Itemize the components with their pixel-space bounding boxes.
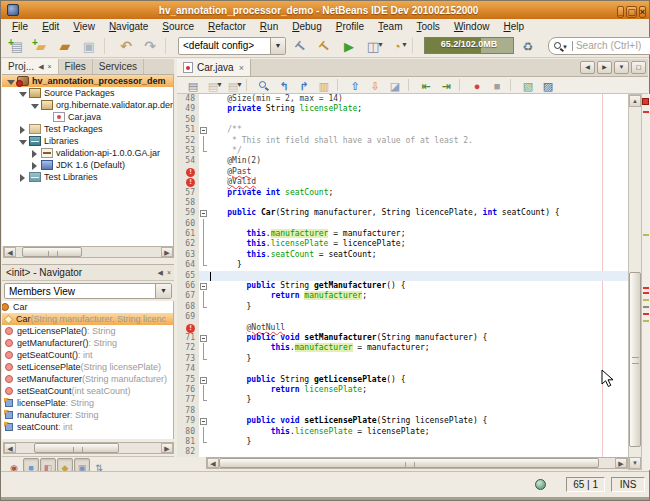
error-stripe-mark[interactable] [643,313,649,315]
insert-mode-indicator[interactable]: INS [611,477,645,492]
expander-open-icon[interactable] [6,77,15,86]
navigator-item-setseatcount[interactable]: setSeatCount(int seatCount) [2,385,173,397]
code-line[interactable]: 69 [177,312,628,322]
code-line[interactable]: 50 [177,115,628,125]
navigator-item-getmanufacturer-[interactable]: getManufacturer() : String [2,337,173,349]
back-button[interactable]: ▼ [204,78,222,93]
minimize-panel-icon[interactable]: ◀ [158,269,163,277]
scrollbar-thumb[interactable] [219,458,599,468]
undo-button[interactable] [115,36,137,56]
current-code-line[interactable]: 65 [177,271,628,281]
editor-tab-car-java[interactable]: Car.java × [177,59,251,76]
code-line[interactable]: 62 this.licensePlate = licencePlate; [177,239,628,249]
sort-by-source-filter[interactable] [91,458,107,472]
code-line[interactable]: 68 } [177,302,628,312]
close-button[interactable]: × [639,6,646,18]
code-line[interactable]: 53 */ [177,146,628,156]
code-line[interactable]: 51 /** [177,125,628,135]
scroll-left-arrow[interactable]: ◀ [4,247,16,257]
menu-refactor[interactable]: Refactor [201,20,253,33]
run-project-button[interactable] [338,36,360,56]
tab-projects[interactable]: Proj...◀× [2,59,59,74]
chevron-down-icon[interactable]: ▼ [155,284,171,298]
navigator-item-car[interactable]: Car [2,301,173,313]
minimize-button[interactable]: _ [617,6,624,18]
expander-closed-icon[interactable] [30,161,39,170]
error-stripe-mark[interactable] [643,292,649,294]
expander-closed-icon[interactable] [18,173,27,182]
scroll-left-arrow[interactable]: ◀ [207,458,219,468]
close-panel-icon[interactable]: × [167,269,171,276]
config-select[interactable]: <default config>▼ [178,37,286,55]
error-stripe-mark[interactable] [643,299,649,301]
menu-help[interactable]: Help [496,20,531,33]
show-inner-classes-filter[interactable] [74,458,90,472]
code-line[interactable]: 72 this.manufacturer = manufacturer; [177,343,628,353]
menu-navigate[interactable]: Navigate [102,20,155,33]
chevron-down-icon[interactable]: ▼ [270,38,285,54]
scroll-up-arrow[interactable]: ▲ [629,95,641,107]
code-line[interactable]: 71 public void setManufacturer(String ma… [177,333,628,343]
find-previous-occurrence-button[interactable] [275,78,293,93]
uncomment-button[interactable] [539,78,557,93]
code-line[interactable]: 60 [177,219,628,229]
error-stripe-mark[interactable] [643,111,649,113]
expander-open-icon[interactable] [30,101,39,110]
projects-tree-hscrollbar[interactable]: ◀ ▶ [3,246,174,258]
close-tab-icon[interactable]: × [239,63,244,73]
tab-list-button[interactable]: ▼ [614,61,629,74]
code-fold-toggle[interactable] [199,281,208,291]
code-line[interactable]: ! @NotNull [177,323,628,333]
expander-closed-icon[interactable] [30,149,39,158]
tab-services[interactable]: Services [93,59,144,74]
build-project-button[interactable] [290,36,312,56]
menu-run[interactable]: Run [253,20,285,33]
code-line[interactable]: 54 @Min(2) [177,156,628,166]
navigator-header[interactable]: <init> - Navigator ◀ × [2,264,175,281]
tree-item-validation-api-1-0-0-ga-jar[interactable]: validation-api-1.0.0.GA.jar [2,147,173,159]
code-line[interactable]: 78 [177,406,628,416]
navigator-item-setlicenseplate[interactable]: setLicensePlate(String licensePlate) [2,361,173,373]
gc-button[interactable] [517,36,539,56]
clean-build-project-button[interactable] [314,36,336,56]
open-project-button[interactable] [54,36,76,56]
navigator-view-select[interactable]: Members View ▼ [4,283,172,299]
expander-open-icon[interactable] [18,137,27,146]
code-line[interactable]: 63 this.seatCount = seatCount; [177,250,628,260]
show-static-filter[interactable] [40,458,56,472]
scrollbar-thumb[interactable] [22,247,82,257]
shift-line-left-button[interactable] [417,78,435,93]
code-fold-toggle[interactable] [199,333,208,343]
new-project-button[interactable] [30,36,52,56]
search-box[interactable]: ▼Search (Ctrl+I) [548,37,650,55]
redo-button[interactable] [139,36,161,56]
editor-hscrollbar[interactable]: ◀ ▶ [206,457,628,469]
tab-files[interactable]: Files [59,59,93,74]
menu-edit[interactable]: Edit [35,20,66,33]
close-panel-icon[interactable]: × [48,63,52,70]
code-fold-toggle[interactable] [199,375,208,385]
error-stripe[interactable] [642,94,650,470]
toggle-highlight-search-button[interactable] [315,78,333,93]
menu-profile[interactable]: Profile [329,20,371,33]
show-fields-filter[interactable] [23,458,39,472]
scrollbar-thumb[interactable] [629,272,641,447]
code-line[interactable]: 48 @Size(min = 2, max = 14) [177,94,628,104]
toggle-bookmark-button[interactable] [386,78,404,93]
menu-tools[interactable]: Tools [410,20,447,33]
error-stripe-mark[interactable] [643,320,649,322]
comment-button[interactable] [519,78,537,93]
tree-item-libraries[interactable]: Libraries [2,135,173,147]
code-line[interactable]: 52 * This int field shall have a value o… [177,136,628,146]
code-line[interactable]: 76 return licensePlate; [177,385,628,395]
code-editor[interactable]: 48 @Size(min = 2, max = 14)49 private St… [177,94,628,457]
code-line[interactable]: 66 public String getManufacturer() { [177,281,628,291]
navigator-item-licenseplate[interactable]: licensePlate : String [2,397,173,409]
code-line[interactable]: 79 public void setLicensePlate(String li… [177,416,628,426]
code-line[interactable]: 73 } [177,354,628,364]
error-stripe-mark[interactable] [643,234,649,236]
forward-button[interactable]: ▼ [224,78,242,93]
code-line[interactable]: 80 this.licensePlate = licensePlate; [177,427,628,437]
tree-item-test-libraries[interactable]: Test Libraries [2,171,173,183]
tree-item-source-packages[interactable]: Source Packages [2,87,173,99]
